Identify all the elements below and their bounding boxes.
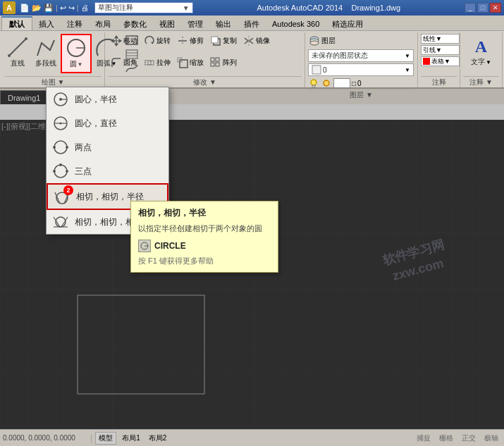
mirror-btn[interactable]: 镜像 bbox=[240, 34, 273, 48]
center-diameter-icon bbox=[52, 115, 69, 132]
tab-parametric[interactable]: 参数化 bbox=[117, 18, 153, 30]
qa-undo[interactable]: ↩ bbox=[60, 4, 66, 13]
circle-group: 圆 ▼ bbox=[61, 34, 92, 73]
layer-name-dropdown[interactable]: 0 ▼ bbox=[308, 63, 414, 76]
tab-plugin[interactable]: 插件 bbox=[238, 18, 266, 30]
tab-output[interactable]: 输出 bbox=[209, 18, 238, 30]
draw-group: 直线 多段线 bbox=[1, 32, 105, 87]
center-radius-icon bbox=[52, 91, 69, 108]
circle-two-point[interactable]: 两点 bbox=[47, 135, 168, 159]
polyline-tool-btn[interactable]: 多段线 bbox=[32, 34, 59, 73]
circle-three-point[interactable]: 三点 bbox=[47, 159, 168, 183]
tab-layout[interactable]: 布局 bbox=[89, 18, 117, 30]
text-tool-btn[interactable]: A 文字 ▼ bbox=[464, 34, 499, 69]
color-dropdown[interactable]: 表格▼ bbox=[421, 56, 460, 66]
svg-point-41 bbox=[53, 170, 56, 173]
svg-point-43 bbox=[59, 163, 62, 166]
tab-featured[interactable]: 精选应用 bbox=[326, 18, 369, 30]
grid-btn[interactable]: 栅格 bbox=[436, 433, 456, 444]
qa-plot[interactable]: 🖨 bbox=[81, 4, 89, 13]
tab-manage[interactable]: 管理 bbox=[181, 18, 209, 30]
tab-a360[interactable]: Autodesk 360 bbox=[266, 18, 326, 30]
status-bar: 0.0000, 0.0000, 0.0000 | 模型 布局1 布局2 捕捉 栅… bbox=[0, 429, 504, 446]
tooltip-popup: 相切，相切，半径 以指定半径创建相切于两个对象的圆 CIRCLE 按 F1 键获… bbox=[130, 201, 278, 273]
circle-center-radius[interactable]: 圆心，半径 bbox=[47, 87, 168, 111]
tab-insert[interactable]: 插入 bbox=[32, 18, 61, 30]
linetype-label: 线性▼ bbox=[423, 35, 442, 44]
svg-rect-25 bbox=[312, 66, 321, 74]
array-label: 阵列 bbox=[223, 58, 237, 68]
fillet-btn[interactable]: 圆角 bbox=[108, 56, 140, 70]
tab-annotation[interactable]: 注释 bbox=[61, 18, 89, 30]
svg-rect-19 bbox=[216, 58, 219, 61]
circle-dropdown-arrow[interactable]: ▼ bbox=[78, 61, 83, 68]
text-icon: A bbox=[469, 36, 494, 57]
layer-color-box[interactable] bbox=[333, 78, 350, 88]
layer-name: 0 bbox=[323, 66, 405, 74]
svg-point-1 bbox=[8, 54, 11, 57]
layer-manager-btn[interactable]: 图层 bbox=[308, 34, 414, 48]
circle-center-diameter[interactable]: 圆心，直径 bbox=[47, 111, 168, 135]
window-controls: _ □ ✕ bbox=[465, 3, 501, 13]
qa-redo[interactable]: ↪ bbox=[68, 4, 75, 13]
polar-btn[interactable]: 极轴 bbox=[481, 433, 501, 444]
close-btn[interactable]: ✕ bbox=[490, 3, 501, 13]
svg-point-2 bbox=[25, 37, 27, 40]
layer-state-label: 未保存的图层状态 bbox=[312, 51, 405, 61]
stretch-btn[interactable]: 拉伸 bbox=[141, 56, 173, 70]
svg-rect-12 bbox=[211, 37, 218, 43]
maximize-btn[interactable]: □ bbox=[477, 3, 488, 13]
circle-icon bbox=[65, 37, 87, 59]
tab-default[interactable]: 默认 bbox=[1, 16, 32, 30]
trim-btn[interactable]: 修剪 bbox=[174, 34, 207, 48]
search-box[interactable]: 草图与注释 ▼ bbox=[94, 2, 193, 13]
scale-label: 缩放 bbox=[190, 58, 204, 68]
line-tool-btn[interactable]: 直线 bbox=[4, 34, 31, 73]
text-label: 文字 bbox=[471, 57, 485, 67]
layer-state-dropdown[interactable]: 未保存的图层状态 ▼ bbox=[308, 49, 414, 62]
layer-color-label: □ bbox=[352, 80, 356, 87]
status-sep1: | bbox=[90, 433, 92, 443]
layout1-btn[interactable]: 布局1 bbox=[119, 433, 143, 444]
ttt-icon bbox=[52, 213, 69, 230]
two-point-icon bbox=[52, 139, 69, 156]
tab-view[interactable]: 视图 bbox=[153, 18, 181, 30]
text-group-label: 注释 ▼ bbox=[463, 76, 499, 87]
svg-point-33 bbox=[59, 98, 62, 101]
layers-group: 图层 未保存的图层状态 ▼ 0 ▼ □ 0 bbox=[305, 32, 418, 87]
sun-icon bbox=[321, 78, 332, 89]
rotate-icon bbox=[144, 35, 155, 47]
qa-save[interactable]: 💾 bbox=[44, 4, 54, 13]
layout2-btn[interactable]: 布局2 bbox=[146, 433, 170, 444]
rotate-btn[interactable]: 旋转 bbox=[141, 34, 173, 48]
move-btn[interactable]: 移动 bbox=[108, 34, 140, 48]
svg-point-38 bbox=[53, 146, 56, 149]
search-label: 草图与注释 bbox=[98, 3, 133, 13]
rotate-label: 旋转 bbox=[156, 36, 171, 46]
model-btn[interactable]: 模型 bbox=[95, 432, 116, 445]
drawing1-tab[interactable]: Drawing1 bbox=[0, 90, 48, 104]
circle-tool-btn[interactable]: 圆 ▼ bbox=[61, 34, 92, 73]
copy-btn[interactable]: 复制 bbox=[207, 34, 240, 48]
lineweight-dropdown[interactable]: 引线▼ bbox=[421, 45, 460, 55]
snap-btn[interactable]: 捕捉 bbox=[414, 433, 434, 444]
svg-rect-27 bbox=[312, 85, 315, 87]
lineweight-label: 引线▼ bbox=[423, 46, 442, 55]
trim-label: 修剪 bbox=[190, 36, 204, 46]
linetype-dropdown[interactable]: 线性▼ bbox=[421, 34, 460, 44]
array-btn[interactable]: 阵列 bbox=[207, 56, 240, 70]
draw-group-label: 绘图 ▼ bbox=[4, 76, 102, 87]
polyline-icon bbox=[35, 36, 57, 58]
circle-label: 圆 bbox=[70, 59, 77, 69]
line-icon bbox=[6, 36, 29, 58]
svg-rect-30 bbox=[78, 295, 204, 394]
svg-rect-17 bbox=[180, 60, 188, 68]
scale-icon bbox=[177, 57, 188, 68]
minimize-btn[interactable]: _ bbox=[465, 3, 476, 13]
qa-new[interactable]: 📄 bbox=[20, 4, 30, 13]
ortho-btn[interactable]: 正交 bbox=[459, 433, 479, 444]
ttr-badge: 2 bbox=[63, 185, 73, 195]
qa-open[interactable]: 📂 bbox=[32, 4, 42, 13]
layer-color-icon bbox=[312, 65, 321, 75]
scale-btn[interactable]: 缩放 bbox=[174, 56, 207, 70]
